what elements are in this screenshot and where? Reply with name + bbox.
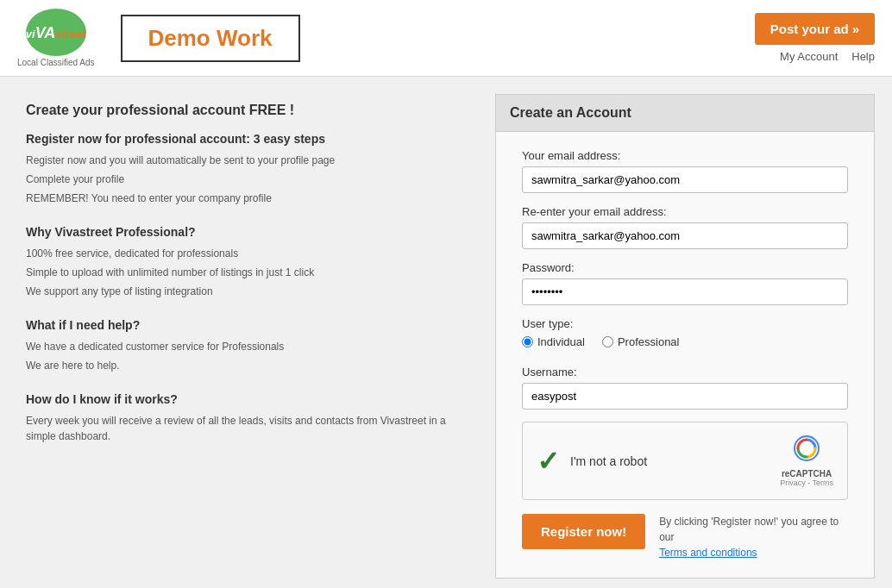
section-why-line2: Simple to upload with unlimited number o… xyxy=(26,265,469,280)
demo-work-box: Demo Work xyxy=(121,15,300,62)
form-area: Your email address: Re-enter your email … xyxy=(496,132,874,578)
section-register: Register now for professional account: 3… xyxy=(26,132,469,206)
section-why-line3: We support any type of listing integrati… xyxy=(26,284,469,299)
section-works-heading: How do I know if it works? xyxy=(26,392,469,406)
terms-prefix: By clicking 'Register now!' you agree to… xyxy=(659,516,839,543)
password-group: Password: xyxy=(522,261,848,305)
captcha-right: reCAPTCHA Privacy - Terms xyxy=(780,435,833,487)
help-link[interactable]: Help xyxy=(851,50,875,63)
nav-links: My Account Help xyxy=(780,50,875,63)
reenter-email-group: Re-enter your email address: xyxy=(522,205,848,249)
password-input[interactable] xyxy=(522,278,848,305)
section-register-line3: REMEMBER! You need to enter your company… xyxy=(26,191,469,206)
radio-individual-input[interactable] xyxy=(522,336,533,347)
header: viVAstreet Local Classified Ads Demo Wor… xyxy=(0,0,892,77)
radio-professional-input[interactable] xyxy=(602,336,613,347)
register-button[interactable]: Register now! xyxy=(522,514,645,549)
header-right: Post your ad My Account Help xyxy=(755,13,875,63)
checkmark-icon: ✓ xyxy=(537,445,560,478)
section-help-line2: We are here to help. xyxy=(26,358,469,373)
recaptcha-logo-icon xyxy=(793,435,820,467)
register-row: Register now! By clicking 'Register now!… xyxy=(522,514,848,560)
section-register-line1: Register now and you will automatically … xyxy=(26,153,469,168)
section-help-heading: What if I need help? xyxy=(26,318,469,332)
section-works: How do I know if it works? Every week yo… xyxy=(26,392,469,444)
username-input[interactable] xyxy=(522,383,848,410)
captcha-left: ✓ I'm not a robot xyxy=(537,445,647,478)
user-type-group: User type: Individual Professional xyxy=(522,317,848,353)
section-works-line1: Every week you will receive a review of … xyxy=(26,413,469,444)
section-why-heading: Why Vivastreet Professional? xyxy=(26,225,469,239)
reenter-email-label: Re-enter your email address: xyxy=(522,205,848,218)
terms-link[interactable]: Terms and conditions xyxy=(659,547,757,559)
radio-individual-label: Individual xyxy=(537,335,585,348)
logo-oval: viVAstreet xyxy=(26,9,86,56)
my-account-link[interactable]: My Account xyxy=(780,50,838,63)
main-heading: Create your professional account FREE ! xyxy=(26,103,469,118)
email-group: Your email address: xyxy=(522,149,848,193)
right-panel: Create an Account Your email address: Re… xyxy=(495,94,875,579)
password-label: Password: xyxy=(522,261,848,274)
section-why-line1: 100% free service, dedicated for profess… xyxy=(26,246,469,261)
panel-title: Create an Account xyxy=(496,95,874,132)
section-register-heading: Register now for professional account: 3… xyxy=(26,132,469,146)
post-ad-button[interactable]: Post your ad xyxy=(755,13,875,45)
section-why: Why Vivastreet Professional? 100% free s… xyxy=(26,225,469,299)
main-content: Create your professional account FREE ! … xyxy=(0,77,892,588)
radio-professional-label: Professional xyxy=(618,335,680,348)
captcha-brand: reCAPTCHA xyxy=(782,469,832,479)
header-left: viVAstreet Local Classified Ads Demo Wor… xyxy=(17,9,300,67)
email-label: Your email address: xyxy=(522,149,848,162)
captcha-box[interactable]: ✓ I'm not a robot reCAPTCHA P xyxy=(522,422,848,500)
terms-text: By clicking 'Register now!' you agree to… xyxy=(659,514,848,560)
left-panel: Create your professional account FREE ! … xyxy=(17,94,478,579)
demo-work-text: Demo Work xyxy=(148,25,273,51)
captcha-links: Privacy - Terms xyxy=(780,479,833,487)
email-input[interactable] xyxy=(522,166,848,193)
section-help-line1: We have a dedicated customer service for… xyxy=(26,339,469,354)
logo-text: viVAstreet xyxy=(26,25,86,41)
section-register-line2: Complete your profile xyxy=(26,172,469,187)
logo-tagline: Local Classified Ads xyxy=(17,58,95,67)
radio-professional[interactable]: Professional xyxy=(602,335,680,348)
username-label: Username: xyxy=(522,366,848,378)
section-help: What if I need help? We have a dedicated… xyxy=(26,318,469,373)
user-type-label: User type: xyxy=(522,317,848,330)
reenter-email-input[interactable] xyxy=(522,222,848,249)
username-group: Username: xyxy=(522,366,848,410)
logo: viVAstreet Local Classified Ads xyxy=(17,9,95,67)
radio-individual[interactable]: Individual xyxy=(522,335,585,348)
captcha-label: I'm not a robot xyxy=(570,454,647,468)
radio-options: Individual Professional xyxy=(522,335,848,353)
